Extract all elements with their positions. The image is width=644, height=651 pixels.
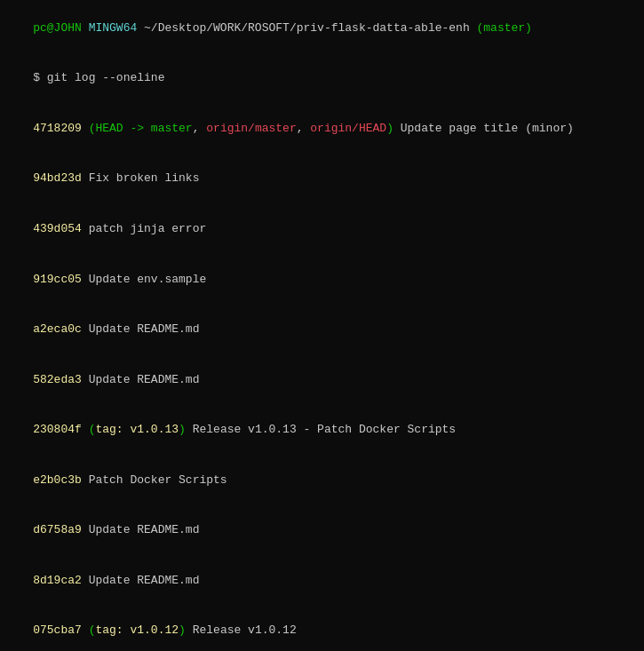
git-log-line: 4718209 (HEAD -> master, origin/master, …: [5, 104, 639, 155]
git-log-line: 919cc05 Update env.sample: [5, 255, 639, 306]
git-log-line: 230804f (tag: v1.0.13) Release v1.0.13 -…: [5, 405, 639, 456]
git-log-line: e2b0c3b Patch Docker Scripts: [5, 456, 639, 506]
title-line: pc@JOHN MINGW64 ~/Desktop/WORK/ROSOFT/pr…: [5, 4, 639, 54]
commit-sha: 230804f: [33, 423, 82, 436]
commit-sha: 582eda3: [33, 373, 82, 386]
commit-sha: 075cba7: [33, 623, 82, 637]
prompt-line: $ git log --oneline: [5, 54, 639, 105]
username: pc@JOHN: [33, 21, 82, 35]
commit-sha: a2eca0c: [33, 322, 82, 336]
git-log-line: 8d19ca2 Update README.md: [5, 556, 639, 607]
branch-name: (master): [477, 21, 532, 35]
git-log-line: 075cba7 (tag: v1.0.12) Release v1.0.12: [5, 606, 639, 651]
commit-sha: 4718209: [33, 122, 82, 135]
terminal-window: pc@JOHN MINGW64 ~/Desktop/WORK/ROSOFT/pr…: [0, 0, 644, 651]
git-log-line: 582eda3 Update README.md: [5, 355, 639, 406]
commit-sha: 919cc05: [33, 273, 82, 286]
commit-sha: 94bd23d: [33, 171, 82, 185]
commit-sha: 439d054: [33, 222, 82, 235]
commit-sha: d6758a9: [33, 523, 82, 536]
git-log-line: d6758a9 Update README.md: [5, 505, 639, 556]
shell-name: MINGW64: [89, 21, 138, 35]
git-log-line: 94bd23d Fix broken links: [5, 155, 639, 205]
commit-sha: 8d19ca2: [33, 574, 82, 587]
git-log-line: a2eca0c Update README.md: [5, 305, 639, 355]
commit-sha: e2b0c3b: [33, 473, 82, 487]
git-log-line: 439d054 patch jinja error: [5, 204, 639, 255]
